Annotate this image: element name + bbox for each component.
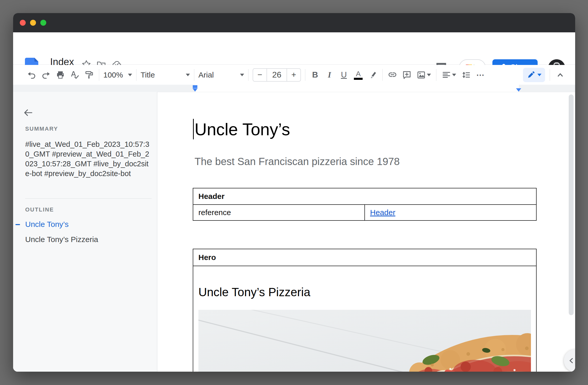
docs-header: Index File Edit View Insert Format Tools… (13, 32, 575, 65)
outline-active-indicator (15, 224, 20, 225)
outline-sidebar (13, 92, 157, 372)
header-table-title-cell[interactable]: Header (193, 188, 536, 205)
zoom-button[interactable] (40, 20, 46, 26)
text-color-swatch (354, 78, 363, 80)
italic-button[interactable]: I (324, 69, 335, 81)
more-options-button[interactable]: ⋯ (475, 69, 486, 81)
chevron-down-icon (240, 74, 244, 76)
outline-section-label: OUTLINE (25, 206, 54, 213)
redo-icon (41, 70, 51, 80)
reference-cell[interactable]: reference (193, 205, 365, 220)
close-outline-back-icon[interactable] (23, 108, 33, 118)
pizza-photo-image (198, 310, 531, 372)
underline-icon: U (341, 70, 347, 80)
highlighter-icon (368, 70, 377, 80)
line-spacing-button[interactable] (461, 69, 472, 81)
italic-icon: I (328, 70, 331, 80)
header-table[interactable]: Header reference Header (193, 188, 537, 221)
more-icon: ⋯ (476, 70, 485, 80)
insert-link-button[interactable] (387, 69, 398, 81)
print-icon (56, 70, 65, 80)
desktop-background: Index File Edit View Insert Format Tools… (0, 0, 588, 385)
formatting-toolbar: 100% Title Arial − 26 + B (13, 65, 575, 85)
pizza-photo[interactable] (198, 310, 531, 372)
insert-image-button[interactable] (416, 69, 432, 81)
font-value: Arial (198, 71, 214, 79)
undo-button[interactable] (26, 69, 37, 81)
paragraph-style-select[interactable]: Title (141, 71, 190, 79)
align-left-icon (442, 70, 451, 80)
editing-mode-pencil-icon (527, 71, 535, 79)
close-button[interactable] (20, 20, 26, 26)
header-table-row: reference Header (193, 205, 536, 220)
font-size-increase-button[interactable]: + (287, 69, 300, 81)
link-icon (388, 70, 397, 80)
hero-table-title-cell[interactable]: Hero (193, 249, 536, 266)
chevron-down-icon (186, 74, 190, 76)
left-indent-marker[interactable] (192, 88, 198, 92)
paint-format-button[interactable] (84, 69, 95, 81)
sidebar-divider (25, 198, 152, 199)
insert-comment-icon (402, 70, 411, 80)
text-color-icon: A (356, 70, 361, 78)
underline-button[interactable]: U (338, 69, 350, 81)
bold-icon: B (312, 70, 318, 80)
line-spacing-icon (462, 70, 471, 80)
app-window: Index File Edit View Insert Format Tools… (13, 13, 575, 372)
collapse-toolbar-icon (556, 71, 564, 79)
font-size-decrease-button[interactable]: − (253, 69, 267, 81)
print-button[interactable] (55, 69, 66, 81)
right-indent-marker[interactable] (516, 88, 521, 92)
chevron-down-icon (128, 74, 132, 76)
highlight-color-button[interactable] (367, 69, 378, 81)
font-size-control: − 26 + (253, 68, 301, 82)
align-button[interactable] (440, 69, 457, 81)
outline-item-uncle-tonys-pizzeria[interactable]: Uncle Tony’s Pizzeria (25, 235, 98, 244)
chevron-left-icon (567, 357, 575, 364)
summary-section-label: SUMMARY (25, 126, 58, 132)
header-link-cell: Header (365, 205, 536, 220)
zoom-select[interactable]: 100% (103, 71, 132, 79)
doc-subtitle[interactable]: The best San Franciscan pizzeria since 1… (195, 156, 400, 167)
bold-button[interactable]: B (309, 69, 321, 81)
document-scrollbar[interactable] (569, 94, 574, 315)
add-comment-button[interactable] (401, 69, 412, 81)
text-color-button[interactable]: A (353, 69, 364, 81)
outline-item-uncle-tonys[interactable]: Uncle Tony’s (25, 220, 69, 229)
summary-text: #live_at_Wed_01_Feb_2023_10:57:30_GMT #p… (25, 139, 153, 178)
chevron-down-icon (427, 74, 431, 76)
chevron-down-icon (452, 74, 456, 76)
ruler[interactable] (13, 85, 575, 92)
insert-image-icon (417, 70, 426, 80)
spelling-check-button[interactable] (69, 69, 80, 81)
header-link[interactable]: Header (370, 208, 395, 217)
zoom-value: 100% (103, 71, 123, 79)
style-value: Title (141, 71, 155, 79)
ruler-page-area (195, 85, 519, 92)
spelling-check-icon (70, 70, 79, 80)
font-size-value[interactable]: 26 (267, 69, 287, 81)
text-cursor (193, 119, 194, 139)
hero-heading[interactable]: Uncle Tony’s Pizzeria (198, 285, 310, 299)
minimize-button[interactable] (30, 20, 36, 26)
hide-menus-button[interactable] (555, 69, 566, 81)
doc-heading-title[interactable]: Uncle Tony’s (195, 119, 290, 140)
first-line-indent-marker[interactable] (193, 85, 197, 88)
editing-mode-button[interactable] (523, 68, 545, 82)
redo-button[interactable] (40, 69, 52, 81)
font-family-select[interactable]: Arial (198, 71, 244, 79)
window-titlebar[interactable] (13, 13, 575, 32)
undo-icon (27, 70, 36, 80)
chevron-down-icon (537, 74, 541, 76)
paint-format-icon (85, 70, 94, 80)
